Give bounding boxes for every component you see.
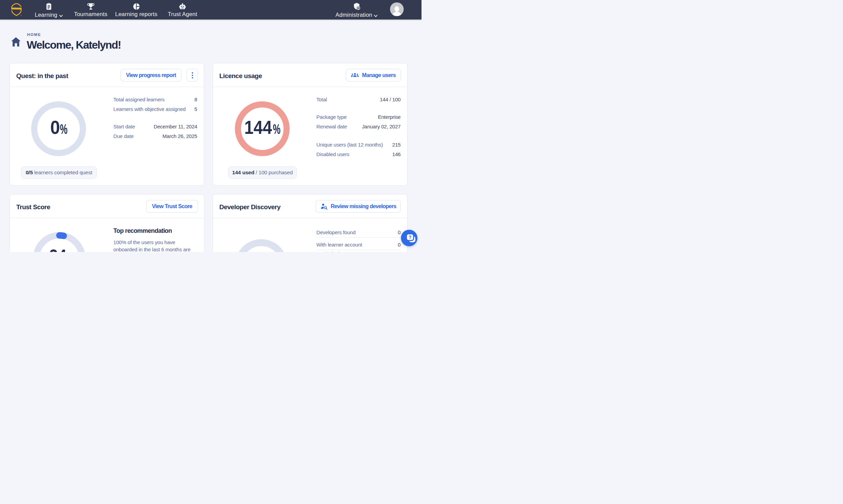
svg-text:?: ? [408,235,412,240]
